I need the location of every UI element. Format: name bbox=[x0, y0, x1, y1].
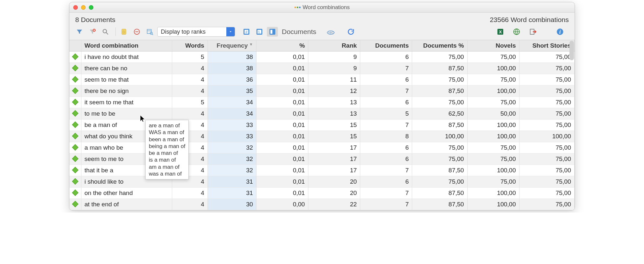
cell-words: 4 bbox=[172, 108, 208, 120]
cell-frequency: 32 bbox=[208, 154, 256, 165]
combinations-count-label: 23566 Word combinations bbox=[490, 16, 569, 24]
app-window: ▪▪▪ Word combinations 8 Documents 23566 … bbox=[69, 2, 575, 211]
row-marker bbox=[69, 165, 81, 176]
table-row[interactable]: i have no doubt that5380,019675,0075,007… bbox=[69, 52, 575, 63]
cell-rank: 13 bbox=[308, 97, 360, 108]
window-zoom-button[interactable] bbox=[89, 5, 93, 10]
col-header-rank[interactable]: Rank bbox=[308, 40, 360, 52]
cell-documents: 7 bbox=[360, 188, 412, 199]
export-icon[interactable] bbox=[527, 27, 538, 37]
export-excel-icon[interactable]: X bbox=[495, 27, 506, 37]
cell-words: 4 bbox=[172, 188, 208, 199]
table-row[interactable]: it seem to me that5340,0113675,0075,0075… bbox=[69, 97, 575, 108]
table-row[interactable]: there can be no4380,019787,50100,0075,00 bbox=[69, 63, 575, 74]
cell-rank: 9 bbox=[308, 63, 360, 74]
col-header-documents[interactable]: Documents bbox=[360, 40, 412, 52]
col-header-combo[interactable]: Word combination bbox=[81, 40, 172, 52]
filter-icon[interactable] bbox=[74, 27, 85, 37]
vertical-scrollbar[interactable] bbox=[569, 41, 574, 60]
cell-short-stories: 100,00 bbox=[519, 131, 574, 142]
col-header-documents-pct[interactable]: Documents % bbox=[412, 40, 467, 52]
display-mode-dropdown[interactable]: Display top ranks bbox=[157, 27, 235, 37]
row-marker bbox=[69, 63, 81, 74]
cell-novels: 100,00 bbox=[467, 131, 519, 142]
cell-frequency: 35 bbox=[208, 86, 256, 97]
refresh-icon[interactable] bbox=[345, 27, 356, 37]
cell-frequency: 36 bbox=[208, 74, 256, 86]
cell-documents: 7 bbox=[360, 120, 412, 131]
cell-novels: 75,00 bbox=[467, 176, 519, 188]
cell-rank: 17 bbox=[308, 142, 360, 154]
row-marker bbox=[69, 108, 81, 120]
cell-documents-pct: 75,00 bbox=[412, 142, 467, 154]
cell-percent: 0,01 bbox=[256, 74, 308, 86]
row-marker bbox=[69, 52, 81, 63]
col-header-frequency[interactable]: Frequency▼ bbox=[208, 40, 256, 52]
svg-line-2 bbox=[106, 33, 108, 35]
cell-frequency: 32 bbox=[208, 142, 256, 154]
cell-novels: 100,00 bbox=[467, 120, 519, 131]
document-tag-icon[interactable]: D bbox=[118, 27, 129, 37]
sort-desc-icon: ▼ bbox=[249, 42, 253, 47]
cell-documents-pct: 87,50 bbox=[412, 188, 467, 199]
col-header-novels[interactable]: Novels bbox=[467, 40, 519, 52]
col-header-short-stories[interactable]: Short Stories bbox=[519, 40, 574, 52]
table-row[interactable]: there be no sign4350,0112787,50100,0075,… bbox=[69, 86, 575, 97]
stopword-icon[interactable]: ABC bbox=[325, 27, 336, 37]
export-html-icon[interactable] bbox=[511, 27, 522, 37]
tooltip-line: WAS a man of bbox=[149, 129, 185, 136]
row-marker bbox=[69, 154, 81, 165]
cell-frequency: 34 bbox=[208, 108, 256, 120]
cell-percent: 0,01 bbox=[256, 108, 308, 120]
cell-short-stories: 75,00 bbox=[519, 120, 574, 131]
table-row[interactable]: seem to me that4360,0111675,0075,0075,00 bbox=[69, 74, 575, 86]
cell-novels: 75,00 bbox=[467, 97, 519, 108]
cell-combo: at the end of bbox=[81, 199, 172, 210]
cell-words: 4 bbox=[172, 86, 208, 97]
hide-ranks-icon[interactable]: # bbox=[241, 27, 252, 37]
svg-text:X: X bbox=[499, 29, 502, 34]
cell-frequency: 38 bbox=[208, 63, 256, 74]
cell-short-stories: 75,00 bbox=[519, 165, 574, 176]
cell-frequency: 33 bbox=[208, 131, 256, 142]
row-marker bbox=[69, 188, 81, 199]
cell-documents: 6 bbox=[360, 74, 412, 86]
window-close-button[interactable] bbox=[73, 5, 78, 10]
cell-rank: 15 bbox=[308, 131, 360, 142]
documents-view-icon[interactable] bbox=[267, 27, 278, 37]
row-marker bbox=[69, 142, 81, 154]
cell-short-stories: 75,00 bbox=[519, 142, 574, 154]
cell-combo: on the other hand bbox=[81, 188, 172, 199]
cell-short-stories: 75,00 bbox=[519, 52, 574, 63]
filter-clear-icon[interactable] bbox=[87, 27, 98, 37]
diamond-icon bbox=[72, 65, 78, 71]
cell-documents: 6 bbox=[360, 52, 412, 63]
window-minimize-button[interactable] bbox=[81, 5, 86, 10]
cell-novels: 100,00 bbox=[467, 165, 519, 176]
table-row[interactable]: on the other hand4310,0120787,50100,0075… bbox=[69, 188, 575, 199]
info-icon[interactable]: i bbox=[555, 27, 566, 37]
cell-percent: 0,01 bbox=[256, 176, 308, 188]
diamond-icon bbox=[72, 189, 78, 196]
cell-rank: 22 bbox=[308, 199, 360, 210]
table-row[interactable]: at the end of4300,0022787,50100,0075,00 bbox=[69, 199, 575, 210]
col-header-words[interactable]: Words bbox=[172, 40, 208, 52]
cell-percent: 0,00 bbox=[256, 199, 308, 210]
cell-rank: 17 bbox=[308, 154, 360, 165]
row-marker bbox=[69, 86, 81, 97]
cell-words: 4 bbox=[172, 74, 208, 86]
cell-combo: there can be no bbox=[81, 63, 172, 74]
col-header-percent[interactable]: % bbox=[256, 40, 308, 52]
remove-icon[interactable] bbox=[131, 27, 142, 37]
per-document-icon[interactable]: 1. bbox=[254, 27, 265, 37]
cell-novels: 100,00 bbox=[467, 188, 519, 199]
cell-rank: 17 bbox=[308, 165, 360, 176]
col-header-mark[interactable] bbox=[69, 40, 81, 52]
cell-novels: 75,00 bbox=[467, 74, 519, 86]
row-marker bbox=[69, 176, 81, 188]
search-icon[interactable] bbox=[100, 27, 111, 37]
table-search-icon[interactable] bbox=[144, 27, 155, 37]
cell-documents-pct: 75,00 bbox=[412, 154, 467, 165]
cell-percent: 0,01 bbox=[256, 142, 308, 154]
toolbar-separator bbox=[115, 28, 116, 36]
